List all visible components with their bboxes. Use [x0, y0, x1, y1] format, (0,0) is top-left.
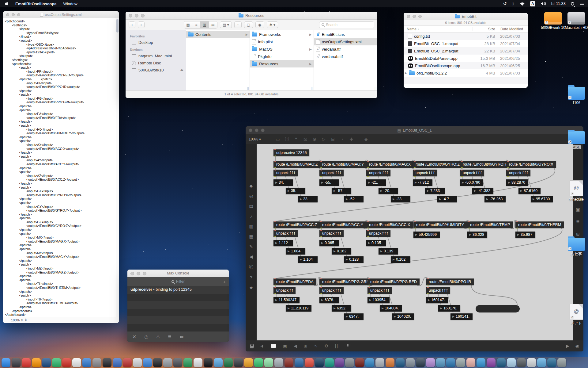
max-route-object[interactable]: route /EmotiBit/0/MAG:Z: [273, 161, 320, 168]
dock-app-icon[interactable]: [163, 358, 172, 367]
dock-app-icon[interactable]: [355, 358, 364, 367]
sidebar-item-remote disc[interactable]: Remote Disc: [126, 59, 186, 67]
dock-app-icon[interactable]: [92, 358, 101, 367]
number-box[interactable]: ▶0.065: [319, 240, 339, 246]
dock-app-icon[interactable]: [315, 358, 324, 367]
number-box[interactable]: ▶104020.: [392, 313, 414, 320]
number-box[interactable]: ▶35.987: [515, 232, 535, 238]
file-row[interactable]: Contents▶: [186, 31, 250, 38]
gallery-view-button[interactable]: ▭: [209, 21, 217, 28]
column-header-name[interactable]: Name ∧: [404, 27, 473, 31]
message-panel[interactable]: [476, 305, 520, 312]
column-header-date[interactable]: Date Modified: [497, 27, 528, 31]
table-row[interactable]: EmotiBitOscilloscope.app16.7 MB2021/06/2…: [404, 62, 528, 69]
dock-app-icon[interactable]: [487, 358, 496, 367]
desktop-icon-asl[interactable]: ↗ASL: [562, 131, 588, 149]
number-box[interactable]: ▶-23.: [391, 196, 410, 202]
grid-panel-icon[interactable]: ⊞: [576, 232, 580, 236]
dock-app-icon[interactable]: [547, 358, 556, 367]
window-controls[interactable]: [249, 128, 265, 132]
patcher-zoom-control[interactable]: 100% ▾: [249, 137, 261, 141]
dock-app-icon[interactable]: [183, 358, 192, 367]
column-resize-handle[interactable]: ||: [247, 87, 249, 90]
dock-app-icon[interactable]: [204, 358, 213, 367]
dock-app-icon[interactable]: [244, 358, 253, 367]
xml-window-titlebar[interactable]: oscOutputSettings.xml: [3, 11, 119, 18]
dock-app-icon[interactable]: [527, 358, 536, 367]
max-route-object[interactable]: route /EmotiBit/0/PPG:GRN: [319, 278, 372, 285]
eject-icon[interactable]: ⏏: [180, 68, 183, 72]
dock-app-icon[interactable]: [123, 358, 132, 367]
dock-app-icon[interactable]: [426, 358, 435, 367]
dock-app-icon[interactable]: [386, 358, 394, 367]
number-box[interactable]: ▶0.128: [344, 256, 364, 263]
column-resize-handle[interactable]: ||: [375, 87, 377, 90]
dock-app-icon[interactable]: [436, 358, 445, 367]
dial-icon[interactable]: ◔: [337, 137, 347, 142]
console-log-area[interactable]: udpreceiver • binding to port 12345: [127, 286, 229, 332]
max-route-object[interactable]: route /EmotiBit/0/GYRO:X: [506, 161, 556, 168]
finder-search-field[interactable]: Search: [319, 21, 374, 28]
new-object-icon[interactable]: ▭: [273, 137, 282, 142]
dock-app-icon[interactable]: [214, 358, 223, 367]
number-box[interactable]: ▶36.028: [467, 232, 487, 238]
number-box[interactable]: ▶0.102: [391, 256, 410, 263]
max-route-object[interactable]: route /EmotiBit/0/TEMP: [467, 221, 513, 228]
number-box[interactable]: ▶7.233: [425, 188, 445, 194]
toggle-icon[interactable]: ☒: [301, 137, 310, 142]
quicklook-eye-button[interactable]: ◉: [255, 21, 264, 28]
max-unpack-object[interactable]: unpack f f f: [366, 230, 390, 237]
dock-app-icon[interactable]: [234, 358, 243, 367]
dock-app-icon[interactable]: [517, 358, 526, 367]
snippets-icon[interactable]: ✎: [249, 244, 253, 249]
max-unpack-object[interactable]: unpack f f f: [506, 170, 530, 176]
dock-app-icon[interactable]: [325, 358, 334, 367]
max-unpack-object[interactable]: unpack f f f: [273, 170, 298, 176]
number-box[interactable]: ▶34.: [273, 179, 293, 186]
number-box[interactable]: ▶33.: [298, 196, 318, 202]
dock-app-icon[interactable]: [375, 358, 384, 367]
media-browser-icon[interactable]: ▦: [249, 234, 253, 239]
forward-button[interactable]: ›: [138, 21, 145, 28]
spotlight-icon[interactable]: [571, 1, 574, 6]
number-box[interactable]: ▶104004.: [380, 305, 402, 312]
active-app-menu[interactable]: EmotiBitOscilloscope: [15, 2, 56, 6]
number-box[interactable]: ▶6378.: [319, 297, 339, 303]
zoom-stepper[interactable]: ▲▼: [21, 318, 23, 322]
favorites-star-icon[interactable]: ★: [249, 285, 253, 290]
run-button[interactable]: ▶: [566, 343, 569, 348]
max-route-object[interactable]: route /EmotiBit/0/GYRO:Z: [413, 161, 462, 168]
dock-app-icon[interactable]: [557, 358, 566, 367]
dock-app-icon[interactable]: [497, 358, 506, 367]
notification-center-icon[interactable]: [579, 1, 584, 6]
emotibit-titlebar[interactable]: EmotiBit: [404, 13, 528, 20]
console-add-button[interactable]: +: [223, 279, 226, 284]
table-row[interactable]: EmotiBit_OSC_2.maxpat22 KB2021/07/04: [404, 47, 528, 55]
number-box[interactable]: ▶-7.812: [413, 179, 432, 186]
group-button[interactable]: ▤ ▾: [220, 21, 232, 28]
number-box[interactable]: ▶59.425999: [413, 232, 440, 238]
dock-app-icon[interactable]: [254, 358, 263, 367]
max-unpack-object[interactable]: unpack f f f: [319, 170, 344, 176]
file-row[interactable]: PkgInfo: [250, 53, 313, 60]
resources-titlebar[interactable]: Resources: [126, 12, 377, 20]
max-route-object[interactable]: route /EmotiBit/0/GYRO:Y: [460, 161, 510, 168]
max-route-object[interactable]: route /EmotiBit/0/MAG:Y: [319, 161, 367, 168]
edit-pencil-icon[interactable]: ✎: [23, 317, 28, 323]
apple-menu-icon[interactable]: [4, 1, 9, 6]
max-unpack-object[interactable]: unpack f f: [273, 287, 296, 294]
xml-code-content[interactable]: <patchboard> <settings> <input> <type>Em…: [3, 18, 116, 317]
scrollbar-thumb[interactable]: [116, 19, 119, 33]
number-box[interactable]: ▶11.210119: [286, 305, 311, 312]
number-box[interactable]: ▶1.084: [286, 248, 305, 255]
lock-patcher-icon[interactable]: [250, 346, 254, 348]
number-box[interactable]: ▶6352.: [332, 305, 351, 312]
max-unpack-object[interactable]: unpack f f f: [273, 230, 298, 237]
number-box[interactable]: ▶11.590247: [273, 297, 300, 303]
layers-icon[interactable]: ▣: [283, 343, 287, 348]
list-view-button[interactable]: ≡: [192, 21, 201, 28]
dock-app-icon[interactable]: [335, 358, 344, 367]
number-box[interactable]: ▶160176.: [438, 305, 460, 312]
max-unpack-object[interactable]: unpack f f f: [368, 287, 392, 294]
dock-app-icon[interactable]: [365, 358, 374, 367]
